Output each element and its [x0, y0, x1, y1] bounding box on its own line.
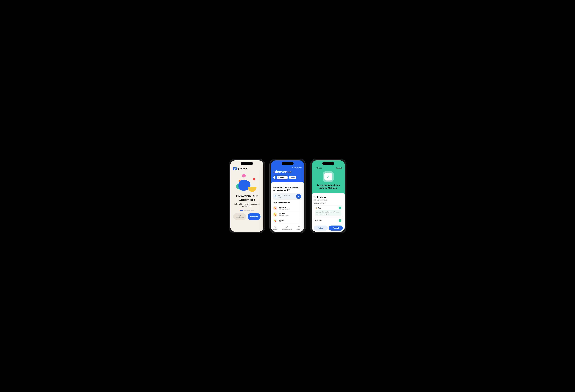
params-label[interactable]: Paramètres [294, 167, 302, 169]
age-check-header: ⌛ Âge ✓ [315, 207, 341, 209]
svg-rect-0 [234, 168, 235, 169]
medication-list: 💊 Doliprane 1000 mg, comprimé 💊 Spasfon … [273, 205, 302, 224]
success-area: ✓ Aucun problème lié au profil de Matthi… [312, 170, 345, 193]
med-sub: 1000 mg, comprimé [279, 208, 290, 210]
med-icon: 💊 [273, 219, 277, 223]
nav-item-home[interactable]: ⊞ Accueil [273, 225, 277, 230]
phone2-content: Vous cherchez une info sur un médicament… [271, 182, 304, 224]
phone-1: goodmed Bienvenue sur Goodmed ! Votre al… [229, 159, 265, 233]
notice-button[interactable]: Notice [314, 225, 328, 231]
cta-buttons: Se connecter S'inscrire [233, 213, 261, 220]
phones-container: goodmed Bienvenue sur Goodmed ! Votre al… [229, 159, 346, 233]
user-name: Matthieu [278, 176, 285, 178]
med-info: Doliprane 1000 mg, comprimé [279, 206, 290, 210]
medication-list-item[interactable]: 💊 Lamaline gélule [273, 218, 302, 224]
drug-name: Doliprane [314, 196, 343, 199]
user-selector: Matthieu ▾ Profil [273, 175, 302, 179]
check-inner: ✓ [324, 173, 332, 180]
phone3-content: Doliprane 1000 MG, COMPRIME Basé sur le … [312, 193, 345, 232]
age-check-detail: Aucun problème détecté avec l'âge que vo… [315, 210, 341, 216]
register-button[interactable]: S'inscrire [248, 213, 261, 220]
phone2-notch [282, 162, 293, 165]
nav-home-label: Accueil [273, 228, 277, 230]
poids-check-label: ⊡ Poids [315, 220, 322, 222]
dot-2 [244, 210, 246, 211]
age-label-text: Âge [318, 207, 321, 209]
age-check-badge: ✓ [339, 207, 341, 209]
scan-icon: ⊞ [298, 195, 299, 197]
chevron-down-icon: ▾ [286, 177, 286, 178]
poids-label-text: Poids [317, 220, 322, 222]
back-button[interactable]: ← Retour [314, 167, 322, 169]
user-chip[interactable]: Matthieu ▾ [273, 175, 288, 179]
med-icon: 💊 [273, 206, 277, 210]
drug-sub: 1000 MG, COMPRIME [314, 199, 343, 201]
settings-icon: ⚙ [292, 167, 293, 169]
phone1-screen: goodmed Bienvenue sur Goodmed ! Votre al… [230, 160, 264, 232]
svg-rect-1 [235, 168, 236, 169]
illustration [235, 173, 259, 192]
phone3-screen: ← Retour À savoir ✓ Aucun problème lié a… [312, 160, 345, 232]
phone-2: ⚙ Paramètres Bienvenue Matthieu ▾ Profil [270, 159, 306, 233]
medication-list-item[interactable]: 💊 Spasfon comprimé enrobé [273, 211, 302, 218]
home-icon: ⊞ [274, 225, 276, 228]
med-info: Spasfon comprimé enrobé [279, 213, 289, 216]
search-question: Vous cherchez une info sur un médicament… [273, 186, 302, 191]
search-icon: 🔍 [274, 195, 277, 197]
accueil-button[interactable]: Accueil [329, 225, 343, 231]
med-name: Spasfon [279, 213, 289, 215]
svg-rect-2 [234, 169, 235, 170]
phone-3: ← Retour À savoir ✓ Aucun problème lié a… [310, 159, 346, 233]
back-arrow-icon: ← [314, 167, 316, 169]
med-name: Doliprane [279, 206, 290, 208]
poids-check-badge: ✓ [339, 220, 341, 222]
age-check-label: ⌛ Âge [315, 207, 321, 209]
dot-4 [251, 210, 254, 211]
welcome-subtitle: Votre allié pour le bon usage du médicam… [233, 203, 261, 208]
logo-icon [233, 167, 237, 170]
nav-side-effects-label: Effets indésirables [282, 228, 292, 230]
med-name: Lamaline [279, 219, 286, 221]
nav-discover-label: Découvrir [297, 228, 302, 230]
bottom-buttons: Notice Accueil [314, 224, 343, 232]
params-row: ⚙ Paramètres [273, 167, 302, 169]
illus-circle-pink [242, 174, 246, 177]
logo-text: goodmed [238, 167, 248, 170]
scan-button[interactable]: ⊞ [296, 194, 301, 198]
phone1-notch [241, 162, 253, 165]
back-label: Retour [316, 167, 322, 169]
dot-1 [240, 210, 243, 211]
nav-item-side-effects[interactable]: ◎ Effets indésirables [282, 225, 292, 230]
drag-handle [285, 184, 290, 184]
illus-circle-red [253, 178, 255, 180]
age-icon: ⌛ [315, 207, 317, 209]
success-text: Aucun problème lié au profil de Matthieu… [314, 184, 342, 190]
dot-3 [247, 210, 250, 211]
logo: goodmed [233, 167, 248, 170]
profile-button[interactable]: Profil [289, 176, 296, 179]
medication-list-item[interactable]: 💊 Doliprane 1000 mg, comprimé [273, 205, 302, 211]
age-check-item: ⌛ Âge ✓ Aucun problème détecté avec l'âg… [314, 205, 343, 217]
checkmark-icon: ✓ [327, 174, 330, 179]
bottom-nav: ⊞ Accueil ◎ Effets indésirables ⊘ Découv… [271, 224, 304, 232]
med-sub: gélule [279, 221, 286, 222]
med-sub: comprimé enrobé [279, 215, 289, 216]
poids-check-header: ⊡ Poids ✓ [315, 220, 341, 222]
user-avatar [275, 176, 277, 179]
discover-icon: ⊘ [298, 225, 300, 228]
phone2-screen: ⚙ Paramètres Bienvenue Matthieu ▾ Profil [271, 160, 304, 232]
search-bar[interactable]: 🔍 Humex, Lidocaïne, autre... ⊞ [273, 193, 302, 200]
poids-check-item: ⊡ Poids ✓ [314, 218, 343, 223]
welcome-title: Bienvenue sur Goodmed ! [233, 194, 261, 202]
a-savoir-link[interactable]: À savoir [336, 167, 342, 169]
med-info: Lamaline gélule [279, 219, 286, 222]
poids-icon: ⊡ [315, 220, 316, 222]
med-icon: 💊 [273, 212, 277, 217]
success-icon-container: ✓ [323, 171, 334, 182]
section-title: LES PLUS RECHERCHÉS [273, 202, 302, 204]
login-button[interactable]: Se connecter [233, 213, 246, 220]
pagination-dots [240, 210, 254, 211]
welcome-heading: Bienvenue [273, 170, 302, 174]
search-input[interactable]: Humex, Lidocaïne, autre... [278, 195, 295, 198]
nav-item-discover[interactable]: ⊘ Découvrir [297, 225, 302, 230]
